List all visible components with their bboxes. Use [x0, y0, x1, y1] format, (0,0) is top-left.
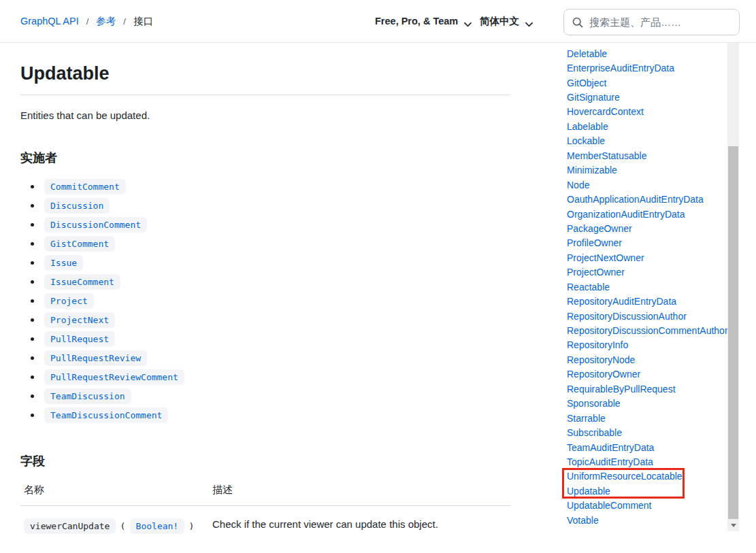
implementer-link[interactable]: Discussion	[44, 198, 110, 214]
sidebar-scrollbar-track[interactable]	[727, 43, 739, 531]
implementer-link[interactable]: PullRequestReview	[44, 350, 147, 366]
implementer-link[interactable]: PullRequest	[44, 331, 115, 347]
implementer-link[interactable]: Issue	[44, 255, 83, 271]
list-item: Reactable	[567, 280, 727, 294]
scrollbar-down-button[interactable]	[727, 519, 739, 531]
sidebar-link[interactable]: EnterpriseAuditEntryData	[567, 63, 674, 73]
sidebar-link[interactable]: Starrable	[567, 413, 606, 424]
list-item: Node	[567, 178, 727, 192]
sidebar-list: Deletable EnterpriseAuditEntryData GitOb…	[567, 46, 727, 527]
implementer-link[interactable]: TeamDiscussionComment	[44, 407, 168, 423]
implementers-list: CommitComment Discussion DiscussionComme…	[20, 177, 510, 424]
sidebar-link[interactable]: RequirableByPullRequest	[567, 384, 676, 395]
list-item: RepositoryOwner	[567, 367, 727, 382]
implementer-link[interactable]: CommitComment	[44, 179, 126, 195]
list-item: Subscribable	[567, 425, 727, 439]
sidebar-link[interactable]: ProfileOwner	[567, 237, 622, 248]
bullet-icon	[31, 242, 34, 246]
search-input[interactable]	[589, 16, 731, 28]
list-item: DiscussionComment	[20, 215, 510, 234]
implementer-link[interactable]: ProjectNext	[44, 312, 115, 328]
plan-selector-dropdown[interactable]: Free, Pro, & Team	[375, 0, 472, 42]
list-item: OauthApplicationAuditEntryData	[567, 192, 727, 206]
sidebar-link[interactable]: RepositoryInfo	[567, 339, 628, 350]
list-item: PullRequestReview	[20, 348, 510, 367]
bullet-icon	[31, 337, 34, 341]
breadcrumb-item: GraphQL API /	[20, 16, 96, 27]
implementer-link[interactable]: TeamDiscussion	[44, 388, 131, 404]
sidebar-link[interactable]: HovercardContext	[567, 106, 644, 117]
implementer-link[interactable]: Project	[44, 293, 94, 309]
list-item: IssueComment	[20, 272, 510, 291]
sidebar-link[interactable]: Labelable	[567, 121, 608, 132]
sidebar-link[interactable]: UpdatableComment	[567, 500, 652, 511]
list-item: RepositoryNode	[567, 352, 727, 367]
bullet-icon	[31, 223, 34, 227]
list-item: ProfileOwner	[567, 236, 727, 250]
sidebar-link[interactable]: UniformResourceLocatable	[567, 471, 683, 482]
breadcrumb-link[interactable]: 参考	[96, 15, 116, 28]
sidebar-link[interactable]: Lockable	[567, 135, 605, 146]
sidebar-link[interactable]: RepositoryDiscussionCommentAuthor	[567, 325, 728, 336]
breadcrumb-separator: /	[123, 16, 126, 27]
bullet-icon	[31, 375, 34, 379]
language-selector-dropdown[interactable]: 简体中文	[480, 0, 533, 42]
list-item: TeamDiscussion	[20, 386, 510, 405]
sidebar-link[interactable]: Updatable	[567, 486, 610, 497]
list-item: RepositoryAuditEntryData	[567, 294, 727, 308]
sidebar-link[interactable]: RepositoryAuditEntryData	[567, 296, 676, 307]
paren-open: (	[120, 521, 126, 531]
scrollbar-thumb[interactable]	[728, 146, 738, 519]
table-row: viewerCanUpdate ( Boolean! ) Check if th…	[20, 506, 510, 541]
fields-table: 名称 描述 viewerCanUpdate ( Boolean! ) Check…	[20, 484, 510, 541]
sidebar-link[interactable]: Reactable	[567, 282, 610, 292]
list-item: GitObject	[567, 76, 727, 90]
sidebar-link[interactable]: PackageOwner	[567, 223, 632, 234]
sidebar-link[interactable]: TeamAuditEntryData	[567, 442, 654, 453]
sidebar-link[interactable]: Node	[567, 180, 589, 190]
breadcrumb-link[interactable]: GraphQL API	[20, 16, 79, 27]
sidebar-link[interactable]: RepositoryOwner	[567, 369, 640, 380]
breadcrumb-link[interactable]: 接口	[133, 15, 153, 28]
sidebar-link[interactable]: Deletable	[567, 48, 607, 59]
sidebar-link[interactable]: Subscribable	[567, 427, 622, 438]
breadcrumb-item: 参考 /	[96, 15, 133, 28]
paren-close: )	[188, 521, 194, 531]
sidebar-link[interactable]: RepositoryNode	[567, 354, 635, 365]
sidebar-link[interactable]: RepositoryDiscussionAuthor	[567, 311, 687, 322]
list-item: ProjectNextOwner	[567, 250, 727, 265]
sidebar-link[interactable]: Minimizable	[567, 165, 617, 175]
search-icon	[572, 17, 583, 28]
list-item: RepositoryDiscussionCommentAuthor	[567, 323, 727, 337]
implementer-link[interactable]: PullRequestReviewComment	[44, 369, 184, 385]
search-box	[563, 9, 740, 35]
sidebar-link[interactable]: ProjectOwner	[567, 267, 625, 278]
list-item: PullRequest	[20, 329, 510, 348]
sidebar-link[interactable]: ProjectNextOwner	[567, 252, 644, 263]
sidebar-link[interactable]: MemberStatusable	[567, 150, 647, 161]
list-item: Votable	[567, 513, 727, 527]
list-item: TeamDiscussionComment	[20, 405, 510, 424]
breadcrumb-item: 接口	[133, 15, 168, 28]
list-item: OrganizationAuditEntryData	[567, 207, 727, 221]
sidebar-link[interactable]: TopicAuditEntryData	[567, 456, 653, 467]
implementer-link[interactable]: DiscussionComment	[44, 217, 147, 233]
field-type-link[interactable]: Boolean!	[130, 518, 185, 534]
list-item: Project	[20, 291, 510, 310]
interfaces-sidebar: Deletable EnterpriseAuditEntryData GitOb…	[567, 43, 727, 527]
page-title: Updatable	[20, 63, 510, 95]
sidebar-link[interactable]: OrganizationAuditEntryData	[567, 209, 685, 220]
list-item: MemberStatusable	[567, 148, 727, 163]
main-content: Updatable Entities that can be updated. …	[20, 43, 510, 553]
sidebar-link[interactable]: GitSignature	[567, 92, 620, 103]
sidebar-link[interactable]: Sponsorable	[567, 398, 621, 409]
implementer-link[interactable]: GistComment	[44, 236, 115, 252]
sidebar-link[interactable]: Votable	[567, 515, 599, 526]
field-description: Check if the current viewer can update t…	[209, 506, 510, 541]
list-item: RepositoryInfo	[567, 338, 727, 352]
sidebar-link[interactable]: OauthApplicationAuditEntryData	[567, 194, 704, 205]
triangle-down-icon	[731, 524, 736, 527]
sidebar-link[interactable]: GitObject	[567, 78, 606, 88]
implementer-link[interactable]: IssueComment	[44, 274, 120, 290]
column-header-description: 描述	[209, 484, 510, 506]
